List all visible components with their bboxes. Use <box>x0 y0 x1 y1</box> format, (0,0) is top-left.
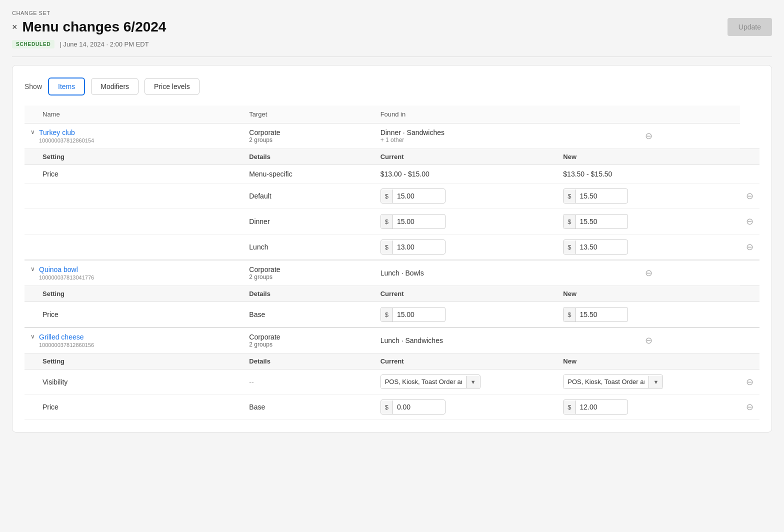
sub-header-grilled: Setting Details Current New <box>24 354 760 370</box>
new-price-field-quinoa[interactable] <box>576 308 616 322</box>
new-price-field-grilled[interactable] <box>576 400 616 414</box>
remove-icon[interactable]: ⊖ <box>645 131 652 141</box>
sub-header-turkey-club: Setting Details Current New <box>24 149 760 165</box>
current-price-field-default[interactable] <box>393 189 433 203</box>
visibility-grilled: Visibility -- POS, Kiosk, Toast Order an… <box>24 370 760 394</box>
dollar-icon: $ <box>564 190 576 203</box>
status-date: | June 14, 2024 · 2:00 PM EDT <box>60 40 148 48</box>
table-row: ∨ Grilled cheese 100000037812860156 Corp… <box>24 328 760 354</box>
dollar-icon: $ <box>564 240 576 254</box>
current-visibility-select[interactable]: POS, Kiosk, Toast Order an... <box>381 375 466 388</box>
price-lunch-turkey-club: Lunch $ $ ⊖ <box>24 234 760 260</box>
price-default-turkey-club: Default $ $ ⊖ <box>24 184 760 209</box>
table-row: ∨ Quinoa bowl 100000037813041776 Corpora… <box>24 260 760 286</box>
dollar-icon: $ <box>381 215 393 228</box>
visibility-dash: -- <box>249 378 254 386</box>
target-corporate-quinoa: Corporate <box>249 266 368 274</box>
target-groups-grilled: 2 groups <box>249 341 368 348</box>
status-badge: SCHEDULED <box>12 40 54 48</box>
found-in-line1: Dinner · Sandwiches <box>380 128 552 136</box>
dollar-icon: $ <box>381 308 393 322</box>
page-title: Menu changes 6/2024 <box>22 19 166 35</box>
section-divider <box>12 56 772 57</box>
remove-lunch-icon[interactable]: ⊖ <box>746 242 754 252</box>
header-row: × Menu changes 6/2024 Update <box>12 18 772 36</box>
new-price-field-default[interactable] <box>576 189 616 203</box>
target-corporate-grilled: Corporate <box>249 333 368 341</box>
chevron-down-icon[interactable]: ∨ <box>30 333 35 340</box>
chevron-down-icon[interactable]: ∨ <box>30 128 35 136</box>
current-price-field-quinoa[interactable] <box>393 308 433 322</box>
remove-visibility-icon[interactable]: ⊖ <box>746 377 754 387</box>
dollar-icon: $ <box>381 240 393 254</box>
item-name-grilled-cheese[interactable]: Grilled cheese <box>39 333 84 341</box>
item-id-grilled-cheese: 100000037812860156 <box>39 342 94 348</box>
current-price-input-default[interactable]: $ <box>380 188 446 204</box>
dollar-icon: $ <box>564 400 576 414</box>
found-in-quinoa: Lunch · Bowls <box>380 269 552 277</box>
current-price-field-grilled[interactable] <box>393 400 433 414</box>
remove-default-icon[interactable]: ⊖ <box>746 191 754 201</box>
col-header-found: Found in <box>374 106 558 124</box>
col-header-action <box>557 106 740 124</box>
items-tbody: ∨ Turkey club 100000037812860154 Corpora… <box>24 124 760 420</box>
item-id-turkey-club: 100000037812860154 <box>39 138 94 144</box>
new-visibility-select[interactable]: POS, Kiosk, Toast Order an... <box>564 375 648 388</box>
price-base-quinoa: Price Base $ $ <box>24 302 760 328</box>
new-price-input-quinoa[interactable]: $ <box>563 307 628 322</box>
dollar-icon: $ <box>381 190 393 203</box>
dollar-icon: $ <box>564 308 576 322</box>
tab-price-levels[interactable]: Price levels <box>144 78 200 95</box>
main-card: Show Items Modifiers Price levels Name T… <box>12 65 772 432</box>
new-price-input-default[interactable]: $ <box>563 188 628 204</box>
change-set-label: CHANGE SET <box>12 10 772 16</box>
current-price-input-dinner[interactable]: $ <box>380 214 446 229</box>
items-table: Name Target Found in ∨ Turkey club <box>24 106 760 420</box>
remove-price-grilled-icon[interactable]: ⊖ <box>746 402 754 412</box>
found-in-grilled: Lunch · Sandwiches <box>380 336 552 344</box>
dollar-icon: $ <box>564 215 576 228</box>
item-id-quinoa-bowl: 100000037813041776 <box>39 274 94 280</box>
remove-grilled-icon[interactable]: ⊖ <box>645 336 652 346</box>
chevron-down-icon[interactable]: ∨ <box>30 266 35 272</box>
price-base-grilled: Price Base $ $ <box>24 394 760 420</box>
new-price-input-dinner[interactable]: $ <box>563 214 628 229</box>
current-price-input-lunch[interactable]: $ <box>380 240 446 254</box>
chevron-down-icon: ▼ <box>466 376 480 388</box>
current-price-input-grilled[interactable]: $ <box>380 400 446 414</box>
table-row: ∨ Turkey club 100000037812860154 Corpora… <box>24 124 760 149</box>
page-wrapper: CHANGE SET × Menu changes 6/2024 Update … <box>0 0 784 532</box>
new-price-input-grilled[interactable]: $ <box>563 400 628 414</box>
remove-dinner-icon[interactable]: ⊖ <box>746 216 754 226</box>
tab-modifiers[interactable]: Modifiers <box>91 78 138 95</box>
price-dinner-turkey-club: Dinner $ $ ⊖ <box>24 209 760 234</box>
target-groups: 2 groups <box>249 136 368 144</box>
target-corporate: Corporate <box>249 128 368 136</box>
current-visibility-wrapper[interactable]: POS, Kiosk, Toast Order an... ▼ <box>380 374 480 389</box>
price-summary-turkey-club: Price Menu-specific $13.00 - $15.00 $13.… <box>24 165 760 184</box>
remove-quinoa-icon[interactable]: ⊖ <box>645 268 652 278</box>
table-header-row: Name Target Found in <box>24 106 760 124</box>
chevron-down-icon: ▼ <box>648 376 662 388</box>
tab-items[interactable]: Items <box>48 78 85 96</box>
item-name-turkey-club[interactable]: Turkey club <box>39 128 75 136</box>
new-price-field-dinner[interactable] <box>576 214 616 228</box>
dollar-icon: $ <box>381 400 393 414</box>
update-button[interactable]: Update <box>728 18 772 36</box>
show-row: Show Items Modifiers Price levels <box>24 78 760 96</box>
col-header-name: Name <box>24 106 243 124</box>
col-header-target: Target <box>243 106 374 124</box>
current-price-field-dinner[interactable] <box>393 214 433 228</box>
target-groups-quinoa: 2 groups <box>249 274 368 280</box>
title-area: × Menu changes 6/2024 <box>12 19 166 35</box>
new-price-input-lunch[interactable]: $ <box>563 240 628 254</box>
close-icon[interactable]: × <box>12 22 18 32</box>
current-price-field-lunch[interactable] <box>393 240 433 254</box>
new-price-field-lunch[interactable] <box>576 240 616 254</box>
current-price-input-quinoa[interactable]: $ <box>380 307 446 322</box>
item-name-quinoa-bowl[interactable]: Quinoa bowl <box>39 266 78 274</box>
status-row: SCHEDULED | June 14, 2024 · 2:00 PM EDT <box>12 40 772 48</box>
found-in-other: + 1 other <box>380 136 552 144</box>
show-label: Show <box>24 82 42 90</box>
new-visibility-wrapper[interactable]: POS, Kiosk, Toast Order an... ▼ <box>563 374 663 389</box>
